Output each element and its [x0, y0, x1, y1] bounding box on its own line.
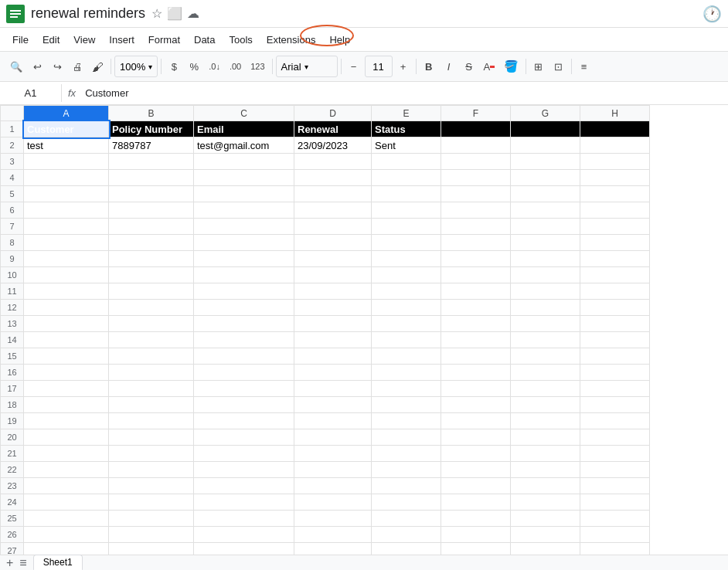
cell-E7[interactable]	[372, 219, 441, 235]
cell-G14[interactable]	[511, 332, 580, 348]
cell-C25[interactable]	[194, 511, 294, 527]
cell-C15[interactable]	[194, 348, 294, 365]
star-icon[interactable]: ☆	[151, 6, 162, 21]
cell-H24[interactable]	[580, 494, 650, 511]
cell-A18[interactable]	[24, 397, 109, 413]
cell-A4[interactable]	[24, 170, 109, 186]
cell-B8[interactable]	[109, 235, 194, 251]
cell-E4[interactable]	[372, 170, 441, 186]
cell-E19[interactable]	[372, 413, 441, 429]
cell-C11[interactable]	[194, 283, 294, 300]
cell-B12[interactable]	[109, 300, 194, 316]
cell-F27[interactable]	[441, 543, 511, 555]
cell-G21[interactable]	[511, 446, 580, 462]
cell-C24[interactable]	[194, 494, 294, 511]
cell-D9[interactable]	[294, 251, 372, 267]
cell-B11[interactable]	[109, 283, 194, 300]
cell-C18[interactable]	[194, 397, 294, 413]
cell-F23[interactable]	[441, 478, 511, 494]
cell-C17[interactable]	[194, 381, 294, 397]
cell-F21[interactable]	[441, 446, 511, 462]
cell-F17[interactable]	[441, 381, 511, 397]
cell-D26[interactable]	[294, 527, 372, 543]
cell-C1[interactable]: Email	[194, 121, 294, 137]
cell-H22[interactable]	[580, 462, 650, 478]
cell-E6[interactable]	[372, 202, 441, 219]
cell-C2[interactable]: test@gmail.com	[194, 137, 294, 154]
row-number-18[interactable]: 18	[1, 397, 24, 413]
cell-E23[interactable]	[372, 478, 441, 494]
cell-B21[interactable]	[109, 446, 194, 462]
cell-G20[interactable]	[511, 429, 580, 446]
cell-H18[interactable]	[580, 397, 650, 413]
cloud-icon[interactable]: ☁	[187, 6, 199, 21]
row-number-15[interactable]: 15	[1, 348, 24, 365]
cell-G24[interactable]	[511, 494, 580, 511]
format-paint-button[interactable]: 🖌	[88, 56, 107, 77]
cell-H14[interactable]	[580, 332, 650, 348]
row-number-27[interactable]: 27	[1, 543, 24, 555]
cell-G7[interactable]	[511, 219, 580, 235]
cell-A20[interactable]	[24, 429, 109, 446]
cell-G18[interactable]	[511, 397, 580, 413]
col-header-e[interactable]: E	[372, 106, 441, 121]
col-header-h[interactable]: H	[580, 106, 650, 121]
row-number-10[interactable]: 10	[1, 267, 24, 283]
history-icon[interactable]: 🕐	[702, 5, 722, 23]
font-size-decrease[interactable]: −	[345, 56, 363, 77]
cell-D18[interactable]	[294, 397, 372, 413]
cell-G6[interactable]	[511, 202, 580, 219]
cell-E11[interactable]	[372, 283, 441, 300]
row-number-26[interactable]: 26	[1, 527, 24, 543]
row-number-9[interactable]: 9	[1, 251, 24, 267]
cell-A22[interactable]	[24, 462, 109, 478]
cell-F24[interactable]	[441, 494, 511, 511]
cell-B14[interactable]	[109, 332, 194, 348]
cell-G19[interactable]	[511, 413, 580, 429]
cell-H23[interactable]	[580, 478, 650, 494]
col-header-f[interactable]: F	[441, 106, 511, 121]
cell-F13[interactable]	[441, 316, 511, 332]
cell-F25[interactable]	[441, 511, 511, 527]
cell-B10[interactable]	[109, 267, 194, 283]
cell-F26[interactable]	[441, 527, 511, 543]
cell-A25[interactable]	[24, 511, 109, 527]
cell-E21[interactable]	[372, 446, 441, 462]
row-number-21[interactable]: 21	[1, 446, 24, 462]
cell-D13[interactable]	[294, 316, 372, 332]
row-number-13[interactable]: 13	[1, 316, 24, 332]
col-header-d[interactable]: D	[294, 106, 372, 121]
text-color-button[interactable]: A	[480, 56, 498, 77]
row-number-14[interactable]: 14	[1, 332, 24, 348]
cell-H5[interactable]	[580, 186, 650, 202]
cell-D20[interactable]	[294, 429, 372, 446]
cell-H3[interactable]	[580, 154, 650, 170]
cell-D4[interactable]	[294, 170, 372, 186]
cell-G12[interactable]	[511, 300, 580, 316]
cell-D10[interactable]	[294, 267, 372, 283]
cell-H27[interactable]	[580, 543, 650, 555]
cell-A24[interactable]	[24, 494, 109, 511]
cell-A11[interactable]	[24, 283, 109, 300]
cell-G27[interactable]	[511, 543, 580, 555]
cell-E2[interactable]: Sent	[372, 137, 441, 154]
cell-E5[interactable]	[372, 186, 441, 202]
cell-H16[interactable]	[580, 365, 650, 381]
borders-button[interactable]: ⊞	[529, 56, 548, 77]
cell-C23[interactable]	[194, 478, 294, 494]
cell-D24[interactable]	[294, 494, 372, 511]
cell-E24[interactable]	[372, 494, 441, 511]
menu-edit[interactable]: Edit	[36, 31, 66, 49]
fill-color-button[interactable]: 🪣	[500, 56, 522, 77]
cell-E12[interactable]	[372, 300, 441, 316]
cell-H26[interactable]	[580, 527, 650, 543]
format-123-button[interactable]: 123	[247, 56, 268, 77]
cell-C13[interactable]	[194, 316, 294, 332]
dollar-button[interactable]: $	[165, 56, 183, 77]
cell-F6[interactable]	[441, 202, 511, 219]
cell-G8[interactable]	[511, 235, 580, 251]
cell-A6[interactable]	[24, 202, 109, 219]
font-size-box[interactable]: 11	[365, 56, 393, 77]
formula-input[interactable]	[82, 84, 728, 102]
row-number-25[interactable]: 25	[1, 511, 24, 527]
